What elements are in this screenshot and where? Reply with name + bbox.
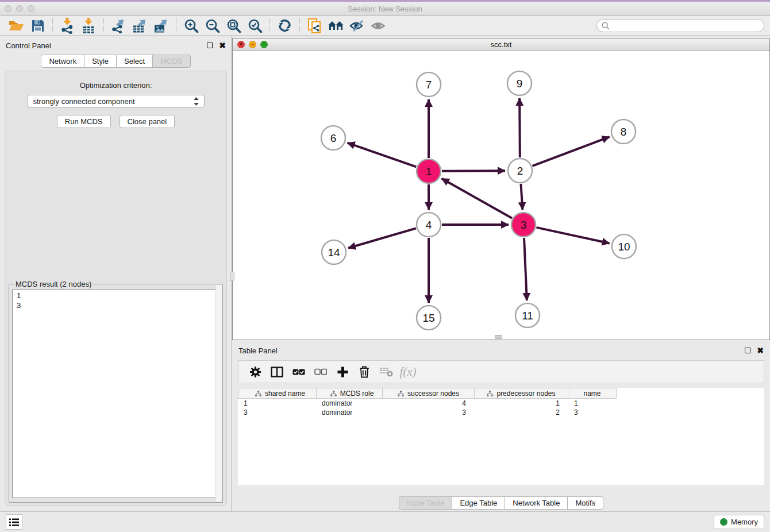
tab-network-table[interactable]: Network Table — [505, 496, 568, 510]
task-history-button[interactable] — [6, 514, 22, 530]
copy-network-icon — [307, 18, 322, 34]
copy-network-button[interactable] — [304, 17, 325, 34]
float-panel-icon[interactable] — [207, 43, 213, 48]
delete-column-button[interactable] — [353, 362, 375, 381]
hide-selected-button[interactable] — [346, 17, 368, 34]
panel-divider-grip[interactable] — [230, 272, 234, 281]
search-field[interactable] — [596, 19, 764, 32]
import-network-button[interactable] — [57, 17, 78, 34]
fx-icon: f(x) — [399, 365, 416, 379]
network-graph[interactable]: 7968124314101511 — [233, 51, 767, 340]
table-row[interactable]: 1 dominator 4 1 1 — [238, 399, 764, 408]
function-builder-button[interactable]: f(x) — [397, 362, 419, 381]
open-file-button[interactable] — [6, 17, 27, 34]
cell-predecessor-nodes[interactable]: 2 — [475, 408, 568, 417]
right-column: ✕ − + scc.txt 7968124314101511 Table Pan… — [232, 36, 770, 511]
tab-node-table[interactable]: Node Table — [399, 496, 453, 510]
main-area: Control Panel ✖ Network Style Select MCD… — [0, 36, 770, 511]
zoom-fit-button[interactable] — [223, 17, 244, 34]
cell-successor-nodes[interactable]: 3 — [383, 408, 475, 417]
close-panel-icon[interactable]: ✖ — [219, 43, 226, 48]
column-header-successor-nodes[interactable]: successor nodes — [383, 388, 475, 399]
delete-table-button[interactable] — [375, 362, 397, 381]
export-network-button[interactable] — [108, 17, 129, 34]
toolbar-separator — [52, 18, 53, 33]
graph-node-label: 1 — [426, 165, 432, 178]
result-scrollbar[interactable] — [215, 285, 222, 502]
cell-successor-nodes[interactable]: 4 — [383, 399, 475, 407]
graph-node-label: 14 — [328, 246, 340, 259]
deselect-all-button[interactable] — [310, 362, 332, 381]
run-mcds-button[interactable]: Run MCDS — [57, 115, 111, 128]
close-panel-button[interactable]: Close panel — [120, 115, 175, 128]
tab-mcds[interactable]: MCDS — [153, 55, 190, 68]
network-canvas[interactable]: 7968124314101511 — [233, 51, 769, 340]
import-table-button[interactable] — [78, 17, 99, 34]
column-header-mcds-role[interactable]: MCDS role — [317, 388, 383, 399]
graph-node-label: 9 — [517, 78, 523, 90]
graph-node-label: 3 — [521, 219, 527, 231]
close-window-button[interactable] — [5, 5, 11, 12]
graph-node-label: 2 — [517, 165, 523, 177]
tab-style[interactable]: Style — [84, 55, 117, 68]
export-table-button[interactable] — [129, 17, 151, 34]
minimize-window-button[interactable] — [16, 5, 23, 12]
graph-node-label: 4 — [426, 219, 432, 231]
first-neighbors-button[interactable] — [325, 17, 346, 34]
cell-name[interactable]: 1 — [568, 399, 617, 407]
refresh-network-button[interactable] — [274, 17, 295, 34]
cell-name[interactable]: 3 — [568, 408, 617, 417]
graph-edge-3-1[interactable] — [442, 179, 512, 218]
search-input[interactable] — [613, 21, 759, 30]
plus-icon — [337, 366, 349, 378]
network-minimize-button[interactable]: − — [249, 41, 256, 48]
control-panel-title: Control Panel — [6, 41, 51, 50]
graph-edge-3-11[interactable] — [524, 238, 527, 300]
cell-mcds-role[interactable]: dominator — [317, 408, 383, 417]
show-columns-button[interactable] — [266, 362, 288, 381]
zoom-selected-button[interactable] — [244, 17, 265, 34]
show-all-button[interactable] — [368, 17, 389, 34]
cell-mcds-role[interactable]: dominator — [317, 399, 383, 407]
tab-network[interactable]: Network — [41, 55, 84, 68]
close-table-panel-icon[interactable]: ✖ — [757, 348, 764, 353]
graph-edge-1-2[interactable] — [442, 171, 505, 171]
table-row[interactable]: 3 dominator 3 2 3 — [238, 408, 764, 417]
graph-edge-2-9[interactable] — [519, 98, 520, 157]
zoom-in-button[interactable] — [180, 17, 202, 34]
column-header-name[interactable]: name — [568, 388, 617, 399]
float-table-panel-icon[interactable] — [745, 348, 750, 353]
cell-shared-name[interactable]: 1 — [238, 399, 317, 407]
graph-edge-2-8[interactable] — [533, 137, 610, 166]
memory-status-icon — [720, 518, 727, 526]
mcds-result-text[interactable]: 1 3 — [12, 290, 220, 498]
column-header-predecessor-nodes[interactable]: predecessor nodes — [475, 388, 568, 399]
graph-edge-2-3[interactable] — [521, 184, 522, 210]
memory-button[interactable]: Memory — [714, 515, 764, 529]
control-panel-tabs: Network Style Select MCDS — [0, 55, 232, 68]
network-maximize-button[interactable]: + — [260, 41, 268, 48]
graph-edge-1-6[interactable] — [348, 143, 417, 167]
graph-edge-3-10[interactable] — [536, 228, 609, 244]
save-icon — [32, 20, 44, 32]
optimization-select[interactable]: strongly connected component — [28, 95, 205, 108]
tab-edge-table[interactable]: Edge Table — [452, 496, 505, 510]
maximize-window-button[interactable] — [28, 5, 34, 12]
network-close-button[interactable]: ✕ — [237, 41, 245, 48]
tab-select[interactable]: Select — [117, 55, 153, 68]
cell-predecessor-nodes[interactable]: 1 — [475, 399, 568, 407]
select-all-button[interactable] — [288, 362, 310, 381]
table-settings-button[interactable] — [244, 362, 266, 381]
graph-edge-4-14[interactable] — [348, 228, 416, 248]
column-header-shared-name[interactable]: shared name — [238, 388, 317, 399]
select-all-icon — [292, 368, 305, 376]
refresh-icon — [278, 18, 292, 33]
canvas-resize-grip[interactable] — [495, 335, 502, 339]
cell-shared-name[interactable]: 3 — [238, 408, 317, 417]
zoom-out-button[interactable] — [202, 17, 223, 34]
export-image-button[interactable] — [151, 17, 172, 34]
houses-icon — [328, 19, 345, 33]
tab-motifs[interactable]: Motifs — [568, 496, 603, 510]
save-session-button[interactable] — [27, 17, 48, 34]
add-column-button[interactable] — [332, 362, 353, 381]
